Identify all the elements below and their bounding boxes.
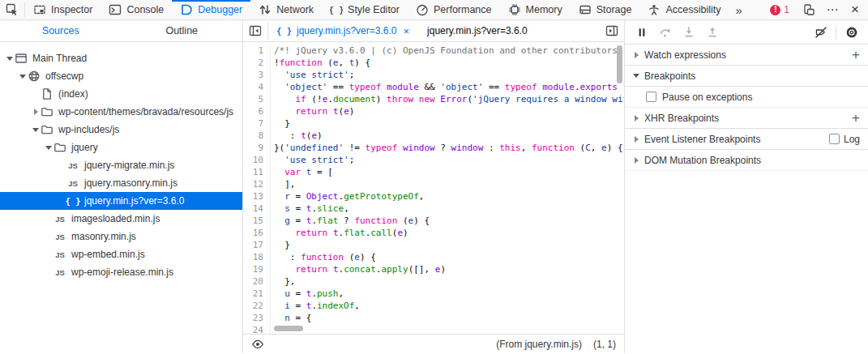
settings-gear-icon[interactable] <box>840 23 863 42</box>
twisty-icon <box>631 74 641 78</box>
line-number[interactable]: 14 <box>243 203 271 215</box>
pause-on-exceptions-checkbox[interactable] <box>646 92 656 102</box>
line-number[interactable]: 23 <box>243 312 271 324</box>
twisty-icon[interactable] <box>18 75 28 79</box>
tree-item-label: jquery.masonry.min.js <box>84 177 177 189</box>
line-number[interactable]: 13 <box>243 190 271 203</box>
line-number[interactable]: 4 <box>243 81 271 93</box>
devtools-tab-debugger[interactable]: Debugger <box>172 0 250 19</box>
meatball-menu-button[interactable]: ⋯ <box>821 0 844 20</box>
add-watch-expression-button[interactable]: + <box>852 48 860 62</box>
devtools-tab-network[interactable]: Network <box>250 0 322 19</box>
tree-item-label: masonry.min.js <box>71 231 136 242</box>
code-text: }, <box>271 275 296 288</box>
devtools-tab-console[interactable]: Console <box>100 0 172 19</box>
sources-panel: Sources Outline Main Threadoffsecwp(inde… <box>0 20 243 353</box>
pause-button[interactable] <box>630 23 653 42</box>
close-devtools-button[interactable]: × <box>844 0 866 20</box>
step-in-button[interactable] <box>677 23 700 42</box>
section-watch-expressions[interactable]: Watch expressions + <box>625 45 868 66</box>
code-text: return t(e) <box>271 105 354 117</box>
line-number[interactable]: 24 <box>243 324 271 334</box>
source-tree-item[interactable]: JSimagesloaded.min.js <box>0 210 242 228</box>
add-xhr-breakpoint-button[interactable]: + <box>852 111 860 125</box>
source-tree-item[interactable]: JSmasonry.min.js <box>0 228 242 245</box>
collapse-sources-panel-icon[interactable] <box>243 20 267 41</box>
line-number[interactable]: 6 <box>243 105 271 117</box>
source-tab-secondary[interactable]: jquery.min.js?ver=3.6.0 <box>417 20 537 41</box>
code-text: }('undefined' != typeof window ? window … <box>271 142 623 154</box>
source-tree-item[interactable]: JSwp-emoji-release.min.js <box>0 263 242 281</box>
line-number[interactable]: 9 <box>243 142 271 154</box>
code-line: 19 return t.concat.apply([], e) <box>243 263 624 275</box>
step-over-button[interactable] <box>653 23 677 42</box>
source-tree-item[interactable]: wp-includes/js <box>0 121 242 139</box>
window-icon <box>15 52 28 65</box>
source-tab-active[interactable]: { } jquery.min.js?ver=3.6.0 × <box>268 20 417 41</box>
horizontal-scrollbar[interactable] <box>274 326 303 331</box>
tab-sources[interactable]: Sources <box>0 20 122 41</box>
line-number[interactable]: 11 <box>243 166 271 178</box>
devtools-tab-accessibility[interactable]: Accessibility <box>639 0 729 19</box>
line-number[interactable]: 17 <box>243 239 271 251</box>
devtools-tab-inspector[interactable]: Inspector <box>25 0 100 19</box>
line-number[interactable]: 1 <box>243 45 271 57</box>
source-tree-item[interactable]: { }jquery.min.js?ver=3.6.0 <box>0 192 242 210</box>
twisty-icon[interactable] <box>31 109 41 115</box>
code-viewport[interactable]: 1/*! jQuery v3.6.0 | (c) OpenJS Foundati… <box>243 42 624 334</box>
editor-status-bar: (From jquery.min.js) (1, 1) <box>243 334 624 353</box>
close-tab-icon[interactable]: × <box>403 25 409 37</box>
vertical-scrollbar[interactable] <box>617 45 622 83</box>
devtools-tab-performance[interactable]: Performance <box>408 0 500 19</box>
source-origin-link[interactable]: (From jquery.min.js) <box>496 339 582 350</box>
code-line: 3 'use strict'; <box>243 69 624 81</box>
source-tree-item[interactable]: jquery <box>0 139 242 156</box>
section-breakpoints[interactable]: Breakpoints <box>625 66 868 87</box>
line-number[interactable]: 22 <box>243 300 271 312</box>
source-tree-item[interactable]: offsecwp <box>0 67 242 85</box>
line-number[interactable]: 18 <box>243 251 271 263</box>
tab-outline[interactable]: Outline <box>122 20 243 41</box>
step-out-button[interactable] <box>700 23 724 42</box>
source-tree-item[interactable]: wp-content/themes/bravada/resources/js <box>0 103 242 121</box>
line-number[interactable]: 12 <box>243 178 271 190</box>
line-number[interactable]: 16 <box>243 227 271 239</box>
source-tree-item[interactable]: Main Thread <box>0 49 242 67</box>
line-number[interactable]: 15 <box>243 215 271 227</box>
tabs-overflow-button[interactable]: » <box>729 0 748 19</box>
pause-on-exceptions-row[interactable]: Pause on exceptions <box>625 87 868 108</box>
line-number[interactable]: 8 <box>243 130 271 142</box>
js-badge: JS <box>55 268 65 277</box>
responsive-design-mode-icon[interactable] <box>797 3 821 16</box>
section-xhr-breakpoints[interactable]: XHR Breakpoints + <box>625 108 868 129</box>
devtools-tab-memory[interactable]: Memory <box>500 0 571 19</box>
line-number[interactable]: 2 <box>243 57 271 69</box>
error-count-badge[interactable]: ! 1 <box>763 4 796 15</box>
devtools-tab-style-editor[interactable]: { }Style Editor <box>322 0 408 19</box>
js-icon: JS <box>53 232 66 241</box>
deactivate-breakpoints-button[interactable] <box>809 23 832 42</box>
line-number[interactable]: 3 <box>243 69 271 81</box>
expand-panel-icon[interactable] <box>600 20 624 41</box>
twisty-icon[interactable] <box>44 146 53 150</box>
tree-item-label: offsecwp <box>45 70 83 82</box>
log-checkbox[interactable] <box>829 134 840 144</box>
code-line: 14 s = t.slice, <box>243 203 624 215</box>
line-number[interactable]: 10 <box>243 154 271 166</box>
line-number[interactable]: 19 <box>243 263 271 275</box>
line-number[interactable]: 21 <box>243 288 271 300</box>
source-tree-item[interactable]: JSwp-embed.min.js <box>0 245 242 263</box>
devtools-tab-storage[interactable]: Storage <box>571 0 640 19</box>
section-dom-mutation-breakpoints[interactable]: DOM Mutation Breakpoints <box>625 150 868 171</box>
element-picker-button[interactable] <box>0 0 24 19</box>
source-tree-item[interactable]: JSjquery-migrate.min.js <box>0 156 242 174</box>
twisty-icon[interactable] <box>5 57 15 61</box>
source-tree-item[interactable]: (index) <box>0 85 242 103</box>
source-tree-item[interactable]: JSjquery.masonry.min.js <box>0 174 242 192</box>
line-number[interactable]: 7 <box>243 117 271 130</box>
section-event-listener-breakpoints[interactable]: Event Listener Breakpoints Log <box>625 129 868 150</box>
pretty-print-eye-button[interactable] <box>251 338 264 351</box>
line-number[interactable]: 5 <box>243 93 271 105</box>
twisty-icon[interactable] <box>31 128 41 132</box>
line-number[interactable]: 20 <box>243 275 271 288</box>
